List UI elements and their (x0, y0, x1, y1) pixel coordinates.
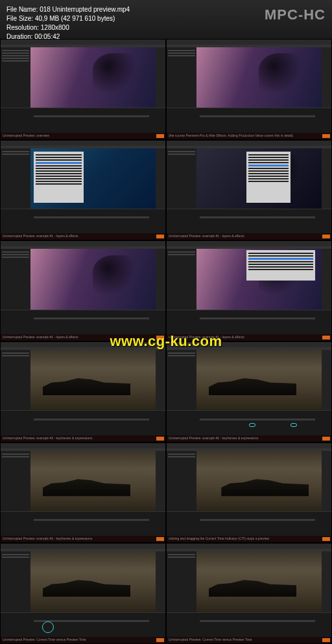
resolution-label: Resolution: (6, 24, 39, 31)
filename-label: File Name: (6, 6, 38, 13)
thumbnail-9[interactable]: Uninterrupted Preview: example #2 - keyf… (0, 443, 166, 544)
caption-1: Uninterrupted Preview: overview (1, 133, 165, 139)
thumbnail-11[interactable]: Uninterrupted Preview: Current Time vers… (0, 543, 166, 644)
watermark: www.cg-ku.com (110, 333, 222, 350)
thumbnail-10[interactable]: clicking and dragging the Current Time I… (166, 443, 332, 544)
caption-2: (the course Premiere Pro & After Effects… (167, 133, 331, 139)
filesize-label: File Size: (6, 15, 33, 22)
thumbnail-12[interactable]: Uninterrupted Preview: Current Time vers… (166, 543, 332, 644)
header: MPC-HC File Name: 018 Uninterrupted prev… (0, 0, 332, 39)
filename-value: 018 Uninterrupted preview.mp4 (40, 6, 130, 13)
thumbnail-6[interactable]: Uninterrupted Preview: example #1 - laye… (166, 240, 332, 341)
thumbnail-5[interactable]: Uninterrupted Preview: example #1 - laye… (0, 240, 166, 341)
app-logo: MPC-HC (265, 6, 326, 23)
thumbnail-4[interactable]: Uninterrupted Preview: example #1 - laye… (166, 140, 332, 241)
thumbnail-grid: www.cg-ku.com Uninterrupted Preview: ove… (0, 39, 332, 644)
thumbnail-1[interactable]: Uninterrupted Preview: overview (0, 39, 166, 140)
caption-11: Uninterrupted Preview: Current Time vers… (1, 637, 165, 643)
caption-7: Uninterrupted Preview: example #2 - keyf… (1, 435, 165, 442)
caption-10: clicking and dragging the Current Time I… (167, 536, 331, 542)
caption-12: Uninterrupted Preview: Current Time vers… (167, 637, 331, 643)
thumbnail-7[interactable]: Uninterrupted Preview: example #2 - keyf… (0, 341, 166, 443)
caption-3: Uninterrupted Preview: example #1 - laye… (1, 233, 165, 240)
caption-8: Uninterrupted Preview: example #2 - keyf… (167, 435, 331, 442)
thumbnail-3[interactable]: Uninterrupted Preview: example #1 - laye… (0, 140, 166, 241)
caption-4: Uninterrupted Preview: example #1 - laye… (167, 233, 331, 240)
filesize-value: 40,9 MB (42 971 610 bytes) (35, 15, 115, 22)
caption-9: Uninterrupted Preview: example #2 - keyf… (1, 536, 165, 542)
resolution-value: 1280x800 (41, 24, 69, 31)
thumbnail-2[interactable]: (the course Premiere Pro & After Effects… (166, 39, 332, 140)
thumbnail-8[interactable]: Uninterrupted Preview: example #2 - keyf… (166, 341, 332, 443)
